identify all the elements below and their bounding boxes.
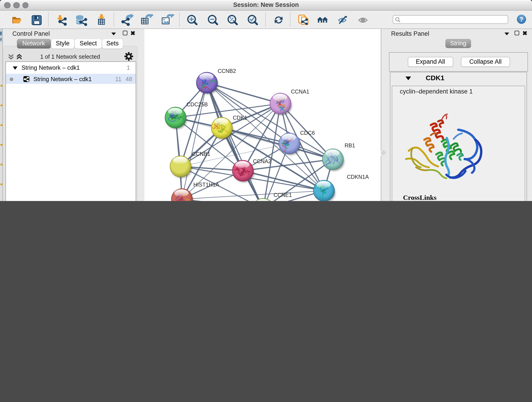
svg-text:CCNA1: CCNA1 <box>291 89 309 95</box>
svg-text:CDK1: CDK1 <box>233 115 247 121</box>
svg-text:CDC6: CDC6 <box>300 130 315 136</box>
svg-text:CCNA2: CCNA2 <box>253 158 271 164</box>
svg-text:CDKN1A: CDKN1A <box>347 174 369 180</box>
svg-text:CCNE1: CCNE1 <box>273 192 292 198</box>
svg-text:RB1: RB1 <box>345 142 355 148</box>
svg-text:CCNB2: CCNB2 <box>218 68 236 74</box>
svg-text:CDC25B: CDC25B <box>186 101 208 107</box>
svg-text:HIST1H1A: HIST1H1A <box>193 182 219 187</box>
svg-text:CCNB1: CCNB1 <box>192 151 210 157</box>
